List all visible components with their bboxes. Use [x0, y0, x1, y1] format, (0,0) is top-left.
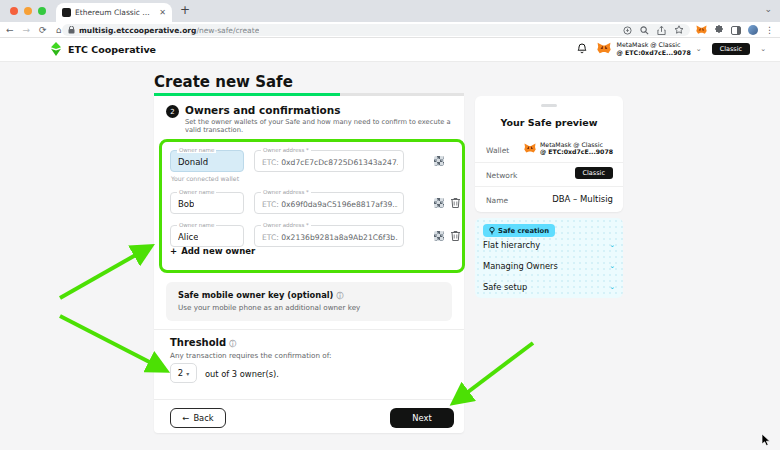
mobile-key-subtitle: Use your mobile phone as an additional o…: [178, 303, 360, 312]
network-chevron-icon[interactable]: ⌄: [760, 45, 766, 53]
nav-forward-icon[interactable]: →: [23, 25, 31, 35]
screen: Ethereum Classic multisig – C ✕ + ⌄ ← → …: [0, 0, 780, 450]
preview-title: Your Safe preview: [475, 117, 623, 128]
safe-creation-badge: Safe creation: [483, 224, 555, 237]
brand-logo-block[interactable]: ETC Cooperative: [50, 42, 156, 57]
next-button[interactable]: Next: [390, 408, 454, 428]
window-zoom-button[interactable]: [38, 7, 46, 15]
window-minimize-button[interactable]: [24, 7, 32, 15]
wallet-address: @ ETC:0xd7cE...9078: [616, 49, 690, 57]
owner-address-value: 0x2136b9281a8a9Ab21C6f3b...: [281, 233, 398, 242]
connected-wallet-caption: Your connected wallet: [171, 175, 239, 182]
nav-reload-icon[interactable]: ⟳: [39, 25, 47, 35]
browser-url-bar: ← → ⟳ ⌂ multisig.etccooperative.org/new-…: [0, 22, 780, 38]
preview-wallet-value: MetaMask @ Classic @ ETC:0xd7cE...9078: [524, 141, 613, 155]
back-label: Back: [193, 413, 213, 423]
notification-bell-icon[interactable]: [577, 43, 587, 54]
plus-icon: +: [170, 246, 177, 256]
back-arrow-icon: ←: [182, 413, 189, 423]
reading-list-icon[interactable]: [623, 26, 632, 35]
wallet-chevron-icon: ⌄: [696, 45, 702, 53]
address-prefix: ETC:: [262, 200, 279, 209]
add-owner-label: Add new owner: [181, 246, 255, 256]
threshold-suffix: out of 3 owner(s).: [205, 369, 279, 379]
owner-name-value: Bob: [178, 199, 194, 209]
tab-search-icon[interactable]: ⌄: [764, 4, 772, 14]
connected-wallet-chip[interactable]: MetaMask @ Classic @ ETC:0xd7cE...9078 ⌄: [597, 41, 701, 57]
owner-name-input[interactable]: Owner name Alice: [170, 225, 244, 247]
preview-network-value: Classic: [575, 168, 613, 177]
browser-tab[interactable]: Ethereum Classic multisig – C ✕: [56, 3, 172, 22]
share-icon[interactable]: [657, 26, 666, 35]
wallet-name: MetaMask @ Classic: [616, 41, 690, 49]
arrow-to-owners: [60, 248, 148, 298]
side-panel-icon[interactable]: [731, 26, 741, 35]
owner-name-input[interactable]: Owner name Donald: [170, 150, 244, 172]
owner-name-input[interactable]: Owner name Bob: [170, 192, 244, 214]
help-item-flat-hierarchy[interactable]: Flat hierarchy⌄: [483, 240, 615, 250]
preview-network-label: Network: [486, 171, 517, 180]
window-close-button[interactable]: [10, 7, 18, 15]
preview-name-value: DBA – Multisig: [552, 194, 613, 204]
address-omnibox[interactable]: multisig.etccooperative.org/new-safe/cre…: [62, 24, 690, 36]
lock-icon: [68, 26, 75, 34]
owner-address-input[interactable]: Owner address * ETC: 0x69f0da9aC5196e881…: [254, 192, 404, 214]
owner-identicon: [434, 156, 444, 166]
owner-name-label: Owner name: [177, 222, 216, 228]
metamask-extension-icon[interactable]: [696, 25, 707, 35]
owner-address-label: Owner address *: [261, 147, 311, 153]
back-button[interactable]: ← Back: [170, 408, 226, 428]
url-path: /new-safe/create: [196, 26, 259, 35]
help-item-managing-owners[interactable]: Managing Owners⌄: [483, 261, 615, 271]
owner-address-input[interactable]: Owner address * ETC: 0xd7cE7cDc8725D6134…: [254, 150, 404, 172]
chevron-down-icon: ⌄: [609, 262, 615, 270]
remove-owner-trash-icon[interactable]: [450, 230, 461, 242]
arrow-to-next-button: [456, 343, 533, 401]
zoom-icon[interactable]: [640, 26, 649, 35]
divider: [475, 162, 623, 163]
arrow-to-threshold: [60, 316, 163, 369]
browser-menu-icon[interactable]: ⋮: [765, 25, 774, 35]
add-new-owner-button[interactable]: + Add new owner: [170, 246, 255, 256]
remove-owner-trash-icon[interactable]: [450, 197, 461, 209]
divider: [154, 329, 464, 330]
metamask-fox-icon: [524, 143, 536, 154]
owner-address-value: 0xd7cE7cDc8725D61343a247...: [281, 158, 398, 167]
step-subtitle: Set the owner wallets of your Safe and h…: [185, 118, 457, 134]
owner-address-value: 0x69f0da9aC5196e8817af39...: [281, 200, 398, 209]
nav-back-icon[interactable]: ←: [6, 25, 14, 35]
preview-wallet-label: Wallet: [486, 146, 509, 155]
browser-profile-avatar[interactable]: [748, 25, 758, 35]
mobile-key-title: Safe mobile owner key (optional)ⓘ: [178, 290, 343, 301]
extensions-puzzle-icon[interactable]: [714, 25, 724, 35]
divider: [475, 186, 623, 187]
owner-identicon: [434, 231, 444, 241]
page-title: Create new Safe: [154, 73, 293, 91]
etc-cooperative-logo-icon: [50, 42, 62, 57]
owner-name-label: Owner name: [177, 189, 216, 195]
step-title: Owners and confirmations: [185, 104, 341, 116]
new-tab-button[interactable]: +: [180, 3, 190, 17]
browser-tab-bar: Ethereum Classic multisig – C ✕ + ⌄: [0, 0, 780, 22]
preview-name-label: Name: [486, 196, 508, 205]
tab-close-icon[interactable]: ✕: [159, 8, 166, 17]
threshold-select[interactable]: 2 ▾: [170, 363, 197, 383]
select-chevron-icon: ▾: [186, 370, 189, 377]
threshold-value: 2: [178, 368, 183, 378]
tab-title: Ethereum Classic multisig – C: [75, 8, 155, 17]
site-favicon: [62, 8, 71, 17]
info-icon: ⓘ: [229, 340, 236, 348]
chevron-down-icon: ⌄: [609, 241, 615, 249]
nav-home-icon[interactable]: ⌂: [56, 25, 62, 35]
owner-address-input[interactable]: Owner address * ETC: 0x2136b9281a8a9Ab21…: [254, 225, 404, 247]
owner-name-label: Owner name: [177, 147, 216, 153]
metamask-fox-icon: [597, 42, 611, 55]
info-icon: ⓘ: [336, 292, 343, 300]
step-number-badge: 2: [166, 105, 179, 118]
network-selector-badge[interactable]: Classic: [712, 43, 750, 55]
help-item-safe-setup[interactable]: Safe setup⌄: [483, 282, 615, 292]
mobile-owner-key-box[interactable]: [166, 282, 452, 321]
bookmark-star-icon[interactable]: [674, 25, 684, 35]
brand-name: ETC Cooperative: [68, 44, 156, 55]
url-text: multisig.etccooperative.org/new-safe/cre…: [79, 26, 259, 35]
